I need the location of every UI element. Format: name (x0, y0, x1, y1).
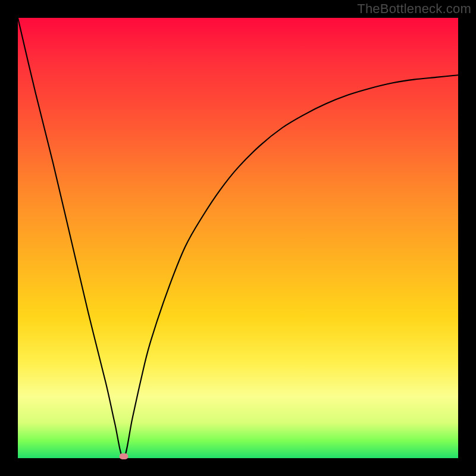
watermark-text: TheBottleneck.com (357, 1, 471, 17)
optimum-marker (119, 453, 128, 459)
plot-area (18, 18, 458, 458)
chart-frame: TheBottleneck.com (0, 0, 476, 476)
bottleneck-curve (18, 18, 458, 458)
curve-path (18, 18, 458, 458)
